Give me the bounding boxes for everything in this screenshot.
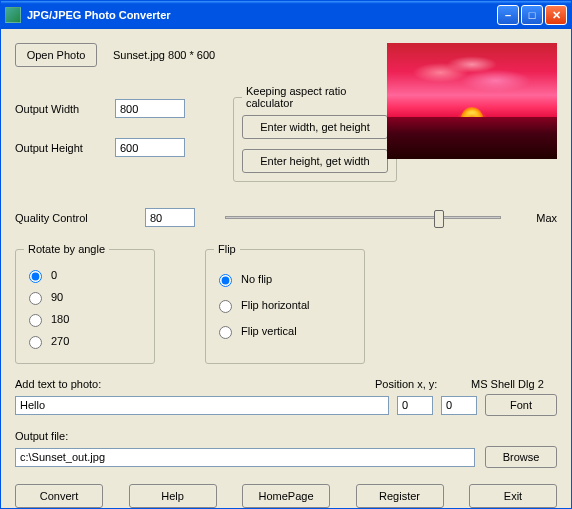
rotate-option-0[interactable]: 0 [24,267,146,283]
output-width-label: Output Width [15,103,115,115]
flip-radio[interactable] [219,274,232,287]
titlebar[interactable]: JPG/JPEG Photo Converter – □ ✕ [1,1,571,29]
pos-y-input[interactable] [441,396,477,415]
font-name-label: MS Shell Dlg 2 [471,378,557,390]
flip-option[interactable]: Flip horizontal [214,297,356,313]
aspect-ratio-group: Keeping aspect ratio calculator Enter wi… [233,85,397,182]
enter-width-button[interactable]: Enter width, get height [242,115,388,139]
quality-slider[interactable] [225,216,501,219]
flip-radio-label: Flip horizontal [241,299,309,311]
output-file-label: Output file: [15,430,68,442]
text-input[interactable] [15,396,389,415]
convert-button[interactable]: Convert [15,484,103,508]
rotate-radio-label: 0 [51,269,57,281]
enter-height-button[interactable]: Enter height, get width [242,149,388,173]
flip-radio-label: Flip vertical [241,325,297,337]
rotate-option-270[interactable]: 270 [24,333,146,349]
aspect-legend: Keeping aspect ratio calculator [242,85,388,109]
window-title: JPG/JPEG Photo Converter [27,9,171,21]
homepage-button[interactable]: HomePage [242,484,330,508]
slider-thumb[interactable] [434,210,444,228]
output-height-input[interactable] [115,138,185,157]
register-button[interactable]: Register [356,484,444,508]
flip-radio[interactable] [219,300,232,313]
rotate-group: Rotate by angle 090180270 [15,243,155,364]
image-preview [387,43,557,159]
rotate-radio-label: 90 [51,291,63,303]
quality-input[interactable] [145,208,195,227]
rotate-option-180[interactable]: 180 [24,311,146,327]
font-button[interactable]: Font [485,394,557,416]
maximize-button[interactable]: □ [521,5,543,25]
help-button[interactable]: Help [129,484,217,508]
rotate-legend: Rotate by angle [24,243,109,255]
flip-group: Flip No flipFlip horizontalFlip vertical [205,243,365,364]
app-icon [5,7,21,23]
rotate-radio[interactable] [29,270,42,283]
flip-option[interactable]: Flip vertical [214,323,356,339]
flip-legend: Flip [214,243,240,255]
rotate-radio-label: 180 [51,313,69,325]
pos-x-input[interactable] [397,396,433,415]
rotate-radio[interactable] [29,314,42,327]
output-height-label: Output Height [15,142,115,154]
add-text-label: Add text to photo: [15,378,375,390]
rotate-radio-label: 270 [51,335,69,347]
flip-radio-label: No flip [241,273,272,285]
photo-info-label: Sunset.jpg 800 * 600 [113,49,215,61]
close-button[interactable]: ✕ [545,5,567,25]
rotate-radio[interactable] [29,336,42,349]
exit-button[interactable]: Exit [469,484,557,508]
quality-label: Quality Control [15,212,145,224]
rotate-radio[interactable] [29,292,42,305]
flip-radio[interactable] [219,326,232,339]
output-file-input[interactable] [15,448,475,467]
app-window: JPG/JPEG Photo Converter – □ ✕ Open Phot… [0,0,572,509]
position-label: Position x, y: [375,378,471,390]
open-photo-button[interactable]: Open Photo [15,43,97,67]
minimize-button[interactable]: – [497,5,519,25]
rotate-option-90[interactable]: 90 [24,289,146,305]
output-width-input[interactable] [115,99,185,118]
max-label: Max [517,212,557,224]
flip-option[interactable]: No flip [214,271,356,287]
browse-button[interactable]: Browse [485,446,557,468]
